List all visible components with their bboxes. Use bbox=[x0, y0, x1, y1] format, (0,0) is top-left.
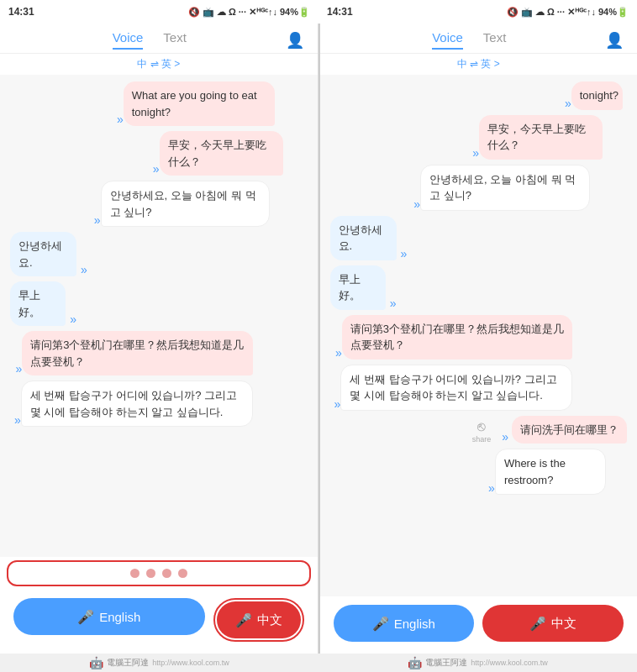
chat-area-right[interactable]: » tonight? » 早安，今天早上要吃什么？ » bbox=[320, 75, 638, 596]
mic-icon-blue-right: 🎤 bbox=[372, 616, 389, 632]
panel-left: Voice Text 👤 中 ⇌ 英 > » What are you goin… bbox=[0, 24, 318, 654]
status-bar: 14:31 🔇 📺 ☁ Ω ··· ✕ᴴᴳᶜ↑↓ 94%🔋 14:31 🔇 📺 … bbox=[0, 0, 637, 24]
bubble: 세 번째 탑승구가 어디에 있습니까? 그리고 몇 시에 탑승해야 하는지 알고… bbox=[21, 381, 253, 427]
sound-icon[interactable]: » bbox=[14, 413, 21, 427]
sound-icon[interactable]: » bbox=[117, 113, 124, 126]
msg-row: » 早安，今天早上要吃什么？ bbox=[10, 131, 308, 176]
tab-group-left: Voice Text bbox=[13, 30, 286, 50]
english-button-right[interactable]: 🎤 English bbox=[334, 605, 475, 642]
chinese-button-right[interactable]: 🎤 中文 bbox=[482, 605, 624, 642]
bubble: tonight? bbox=[571, 81, 624, 110]
status-icons-left: 🔇 📺 ☁ Ω ··· ✕ᴴᴳᶜ↑↓ 94%🔋 bbox=[188, 7, 310, 18]
status-bar-right: 14:31 🔇 📺 ☁ Ω ··· ✕ᴴᴳᶜ↑↓ 94%🔋 bbox=[318, 0, 637, 24]
sound-icon[interactable]: » bbox=[334, 397, 341, 411]
tab-group-right: Voice Text bbox=[334, 30, 606, 50]
tab-voice-left[interactable]: Voice bbox=[113, 30, 144, 50]
dot-4 bbox=[178, 569, 187, 578]
msg-row: » What are you going to eat tonight? bbox=[10, 81, 308, 126]
bubble: 请问第3个登机门在哪里？然后我想知道是几点要登机？ bbox=[342, 315, 573, 360]
bubble: 안녕하세요, 오늘 아침에 뭐 먹고 싶니? bbox=[420, 165, 590, 211]
user-icon-left[interactable]: 👤 bbox=[286, 31, 304, 50]
bubble: 안녕하세요, 오늘 아침에 뭐 먹고 싶니? bbox=[101, 181, 271, 227]
sound-icon[interactable]: » bbox=[153, 162, 160, 176]
dot-1 bbox=[130, 569, 140, 578]
msg-row: 안녕하세요. » bbox=[330, 216, 628, 260]
msg-row: ⎋ share » 请问洗手间在哪里？ bbox=[330, 416, 628, 444]
recording-indicator bbox=[7, 560, 311, 586]
sound-icon[interactable]: » bbox=[565, 97, 571, 110]
msg-row: 早上好。 » bbox=[330, 265, 628, 310]
app-header-left: Voice Text 👤 bbox=[0, 24, 318, 54]
msg-row: » 안녕하세요, 오늘 아침에 뭐 먹고 싶니? bbox=[330, 165, 628, 211]
bubble: 세 번째 탑승구가 어디에 있습니까? 그리고 몇 시에 탑승해야 하는지 알고… bbox=[340, 365, 572, 411]
english-label-right: English bbox=[394, 617, 435, 631]
english-button-left[interactable]: 🎤 English bbox=[13, 598, 205, 635]
msg-row: » 请问第3个登机门在哪里？然后我想知道是几点要登机？ bbox=[330, 315, 628, 360]
mic-icon-red: 🎤 bbox=[235, 612, 252, 628]
bubble: 请问洗手间在哪里？ bbox=[512, 416, 627, 444]
panel-right: Voice Text 👤 中 ⇌ 英 > » tonight? bbox=[320, 24, 638, 654]
sound-icon[interactable]: » bbox=[502, 430, 508, 444]
bubble: 请问第3个登机门在哪里？然后我想知道是几点要登机？ bbox=[22, 331, 253, 375]
tab-text-left[interactable]: Text bbox=[163, 30, 187, 50]
user-icon-right[interactable]: 👤 bbox=[605, 31, 624, 50]
time-left: 14:31 bbox=[8, 6, 34, 18]
sound-icon[interactable]: » bbox=[335, 346, 342, 360]
sound-icon[interactable]: » bbox=[472, 146, 479, 160]
share-icon-wrap: ⎋ share bbox=[472, 419, 492, 444]
mic-icon-red-right: 🎤 bbox=[529, 616, 546, 632]
watermark-right: 🤖 電腦王阿達 http://www.kool.com.tw bbox=[408, 656, 548, 669]
dot-3 bbox=[162, 569, 171, 578]
bubble: 안녕하세요. bbox=[10, 232, 76, 276]
bubble: What are you going to eat tonight? bbox=[124, 81, 276, 126]
msg-row: » Where is the restroom? bbox=[330, 449, 628, 495]
bubble: 早上好。 bbox=[10, 281, 66, 326]
english-label-left: English bbox=[99, 610, 140, 624]
sound-icon[interactable]: » bbox=[390, 297, 397, 310]
chinese-button-left[interactable]: 🎤 中文 bbox=[217, 601, 301, 638]
time-right: 14:31 bbox=[327, 6, 353, 18]
watermark-left: 🤖 電腦王阿達 http://www.kool.com.tw bbox=[89, 656, 229, 669]
chinese-label-left: 中文 bbox=[257, 612, 282, 628]
bottom-buttons-right: 🎤 English 🎤 中文 bbox=[320, 596, 638, 654]
lang-switch-right[interactable]: 中 ⇌ 英 > bbox=[457, 58, 500, 70]
status-icons-right: 🔇 📺 ☁ Ω ··· ✕ᴴᴳᶜ↑↓ 94%🔋 bbox=[507, 7, 629, 18]
tab-voice-right[interactable]: Voice bbox=[432, 30, 463, 50]
msg-row: » 안녕하세요, 오늘 아침에 뭐 먹고 싶니? bbox=[10, 181, 308, 227]
msg-row: 안녕하세요. » bbox=[10, 232, 308, 276]
bubble: 안녕하세요. bbox=[330, 216, 397, 260]
lang-switch-left[interactable]: 中 ⇌ 英 > bbox=[137, 58, 180, 70]
sound-icon[interactable]: » bbox=[413, 197, 420, 211]
tab-text-right[interactable]: Text bbox=[483, 30, 507, 50]
mic-icon-blue: 🎤 bbox=[77, 609, 94, 625]
bubble: 早上好。 bbox=[330, 265, 386, 310]
lang-indicator-right: 中 ⇌ 英 > bbox=[320, 54, 638, 75]
app-header-right: Voice Text 👤 bbox=[320, 24, 638, 54]
bottom-buttons-left: 🎤 English 🎤 中文 bbox=[0, 590, 318, 654]
bubble: Where is the restroom? bbox=[495, 449, 607, 495]
status-bar-left: 14:31 🔇 📺 ☁ Ω ··· ✕ᴴᴳᶜ↑↓ 94%🔋 bbox=[0, 0, 318, 24]
red-border-wrap: 🎤 中文 bbox=[213, 598, 304, 642]
watermark-text-right: 電腦王阿達 bbox=[425, 657, 467, 669]
msg-row: » 早安，今天早上要吃什么？ bbox=[330, 115, 628, 160]
sound-icon[interactable]: » bbox=[94, 213, 101, 227]
msg-row: » 请问第3个登机门在哪里？然后我想知道是几点要登机？ bbox=[10, 331, 308, 375]
sound-icon[interactable]: » bbox=[81, 263, 87, 276]
watermark-text-left: 電腦王阿達 bbox=[107, 657, 149, 669]
watermark-bar: 🤖 電腦王阿達 http://www.kool.com.tw 🤖 電腦王阿達 h… bbox=[0, 654, 637, 672]
sound-icon[interactable]: » bbox=[488, 481, 495, 495]
bubble: 早安，今天早上要吃什么？ bbox=[160, 131, 283, 176]
sound-icon[interactable]: » bbox=[401, 247, 408, 260]
bubble: 早安，今天早上要吃什么？ bbox=[479, 115, 603, 160]
dot-2 bbox=[146, 569, 155, 578]
msg-row: » tonight? bbox=[330, 81, 628, 110]
msg-row: » 세 번째 탑승구가 어디에 있습니까? 그리고 몇 시에 탑승해야 하는지 … bbox=[330, 365, 628, 411]
sound-icon[interactable]: » bbox=[70, 312, 76, 326]
share-icon[interactable]: ⎋ bbox=[477, 419, 486, 434]
msg-row: » 세 번째 탑승구가 어디에 있습니까? 그리고 몇 시에 탑승해야 하는지 … bbox=[10, 381, 308, 427]
chinese-label-right: 中文 bbox=[551, 616, 576, 632]
sound-icon[interactable]: » bbox=[15, 362, 22, 375]
phones-container: Voice Text 👤 中 ⇌ 英 > » What are you goin… bbox=[0, 24, 637, 654]
share-label: share bbox=[472, 435, 492, 444]
chat-area-left[interactable]: » What are you going to eat tonight? » 早… bbox=[0, 75, 318, 557]
